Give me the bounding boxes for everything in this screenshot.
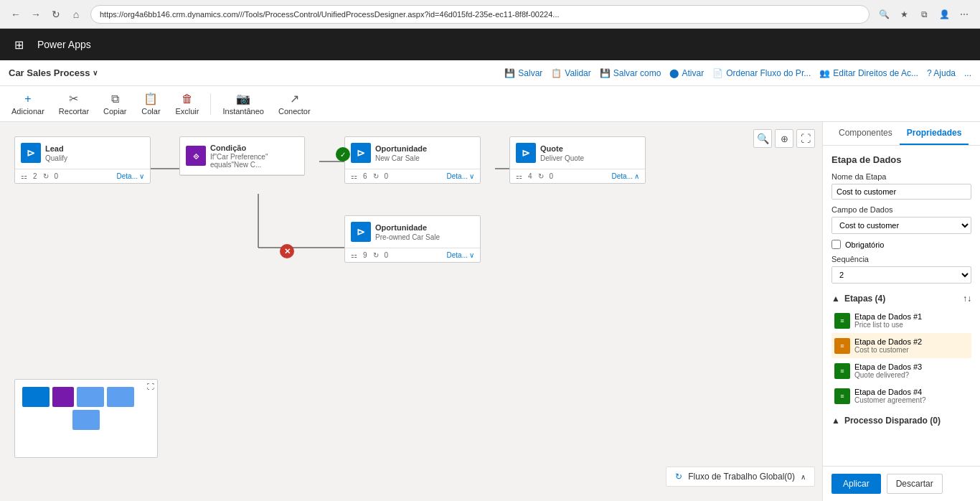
star-icon[interactable]: ★: [895, 6, 913, 23]
tab-components[interactable]: Componentes: [831, 122, 900, 145]
stage-item-2-text: Etapa de Dados #2 Cost to customer: [854, 337, 922, 354]
conditions-icon: ↻: [373, 251, 379, 259]
stage-item-3-icon: ≡: [834, 363, 850, 379]
chevron-down-icon: ∨: [93, 69, 98, 77]
opportunity-new-footer: ⚏ 6 ↻ 0 Deta... ∨: [345, 169, 480, 183]
stages-sort-icon[interactable]: ↑↓: [963, 294, 971, 304]
right-panel: Componentes Propriedades Etapa de Dados …: [822, 122, 980, 501]
workflow-section-header[interactable]: ▲ Processo Disparado (0): [831, 411, 971, 430]
opportunity-new-text: Oportunidade New Car Sale: [375, 144, 427, 161]
profile-icon[interactable]: 👤: [936, 6, 953, 23]
zoom-in-button[interactable]: ⊕: [775, 129, 793, 148]
global-workflow-bar[interactable]: ↻ Fluxo de Trabalho Global(0) ∧: [666, 467, 815, 487]
stage-item-2[interactable]: ≡ Etapa de Dados #2 Cost to customer: [831, 333, 971, 358]
minimap-expand-icon[interactable]: ⛶: [147, 383, 154, 390]
quote-node-text: Quote Deliver Quote: [540, 144, 584, 161]
lead-detail-link[interactable]: Deta... ∨: [117, 172, 144, 180]
stages-section-header[interactable]: ▲ Etapas (4) ↑↓: [831, 289, 971, 308]
search-icon[interactable]: 🔍: [875, 6, 892, 23]
process-title[interactable]: Car Sales Process ∨: [9, 67, 98, 78]
panel-content: Etapa de Dados Nome da Etapa Campo de Da…: [823, 146, 980, 466]
zoom-out-button[interactable]: 🔍: [753, 129, 772, 148]
lead-node-footer: ⚏ 2 ↻ 0 Deta... ∨: [15, 169, 150, 183]
paste-button[interactable]: 📋 Colar: [135, 89, 166, 118]
toolbar: + Adicionar ✂ Recortar ⧉ Copiar 📋 Colar …: [0, 86, 980, 122]
add-button[interactable]: + Adicionar: [6, 90, 50, 118]
workflow-expand-icon[interactable]: ∧: [801, 473, 806, 481]
delete-icon: 🗑: [182, 93, 193, 106]
connector-button[interactable]: ↗ Conector: [273, 89, 316, 118]
condition-red-badge: ✕: [280, 244, 294, 258]
name-label: Nome da Etapa: [831, 172, 971, 181]
more-icon[interactable]: ⋯: [956, 6, 973, 23]
condition-node-icon: ⟐: [186, 146, 206, 166]
name-input[interactable]: [831, 184, 971, 200]
save-button[interactable]: 💾 Salvar: [504, 68, 542, 78]
address-bar[interactable]: [90, 5, 870, 24]
sequence-select[interactable]: 2: [831, 266, 971, 284]
conditions-icon: ↻: [373, 172, 379, 180]
opportunity-pre-node-header: ⊳ Oportunidade Pre-owned Car Sale: [345, 216, 480, 248]
browser-chrome: ← → ↻ ⌂ 🔍 ★ ⧉ 👤 ⋯: [0, 0, 980, 29]
quote-node[interactable]: ⊳ Quote Deliver Quote ⚏ 4 ↻ 0 Deta... ∧: [509, 136, 646, 184]
tab-properties[interactable]: Propriedades: [900, 122, 969, 145]
forward-button[interactable]: →: [27, 6, 44, 23]
main-layout: 🔍 ⊕ ⛶ ✓ ✕ ⊳: [0, 122, 980, 501]
opportunity-pre-node[interactable]: ⊳ Oportunidade Pre-owned Car Sale ⚏ 9 ↻ …: [344, 215, 481, 263]
stage-item-1[interactable]: ≡ Etapa de Dados #1 Price list to use: [831, 308, 971, 333]
order-flow-button[interactable]: 📄 Ordenar Fluxo do Pr...: [712, 68, 811, 78]
activate-icon: ⬤: [669, 68, 679, 78]
app-title: Power Apps: [37, 39, 91, 50]
lead-node[interactable]: ⊳ Lead Qualify ⚏ 2 ↻ 0 Deta... ∨: [14, 136, 151, 184]
lead-node-header: ⊳ Lead Qualify: [15, 137, 150, 169]
stage-item-3[interactable]: ≡ Etapa de Dados #3 Quote delivered?: [831, 358, 971, 383]
copy-icon: ⧉: [111, 93, 119, 106]
help-button[interactable]: ? Ajuda: [927, 68, 956, 78]
panel-section-title: Etapa de Dados: [831, 154, 971, 165]
quote-node-header: ⊳ Quote Deliver Quote: [510, 137, 645, 169]
quote-detail-link[interactable]: Deta... ∧: [612, 172, 639, 180]
apply-button[interactable]: Aplicar: [831, 474, 881, 494]
grid-icon[interactable]: ⊞: [9, 34, 29, 55]
workflow-spinner-icon: ↻: [675, 472, 682, 482]
copy-button[interactable]: ⧉ Copiar: [98, 90, 132, 118]
condition-node[interactable]: ⟐ Condição If"Car Preference" equals"New…: [179, 136, 305, 176]
activate-button[interactable]: ⬤ Ativar: [669, 68, 704, 78]
collection-icon[interactable]: ⧉: [915, 6, 933, 23]
mini-node-oppty-new: [77, 387, 104, 407]
panel-tabs: Componentes Propriedades: [823, 122, 980, 146]
toolbar-separator: [210, 93, 211, 115]
process-bar: Car Sales Process ∨ 💾 Salvar 📋 Validar 💾…: [0, 60, 980, 86]
edit-rights-icon: 👥: [819, 68, 830, 78]
stage-item-1-icon: ≡: [834, 313, 850, 329]
back-button[interactable]: ←: [7, 6, 24, 23]
refresh-button[interactable]: ↻: [47, 6, 65, 23]
panel-bottom: Aplicar Descartar: [823, 466, 980, 501]
field-select[interactable]: Cost to customer: [831, 217, 971, 234]
cut-button[interactable]: ✂ Recortar: [53, 89, 95, 118]
save-as-button[interactable]: 💾 Salvar como: [600, 68, 661, 78]
validate-button[interactable]: 📋 Validar: [551, 68, 590, 78]
required-row: Obrigatório: [831, 240, 971, 249]
opportunity-pre-icon: ⊳: [351, 222, 371, 242]
snapshot-button[interactable]: 📷 Instantâneo: [217, 89, 270, 118]
stage-item-4[interactable]: ≡ Etapa de Dados #4 Customer agreement?: [831, 383, 971, 408]
condition-green-badge: ✓: [336, 147, 350, 161]
stage-item-2-icon: ≡: [834, 338, 850, 354]
browser-nav-buttons: ← → ↻ ⌂: [7, 6, 85, 23]
minimap[interactable]: ⛶: [14, 379, 158, 458]
more-options-button[interactable]: ...: [964, 68, 971, 78]
opportunity-new-node[interactable]: ⊳ Oportunidade New Car Sale ⚏ 6 ↻ 0 Deta…: [344, 136, 481, 184]
condition-node-text: Condição If"Car Preference" equals"New C…: [210, 143, 298, 169]
stage-item-4-icon: ≡: [834, 388, 850, 404]
oppty-new-detail-link[interactable]: Deta... ∨: [447, 172, 474, 180]
required-checkbox[interactable]: [831, 240, 841, 249]
home-button[interactable]: ⌂: [67, 6, 85, 23]
canvas-area[interactable]: 🔍 ⊕ ⛶ ✓ ✕ ⊳: [0, 122, 822, 501]
delete-button[interactable]: 🗑 Excluir: [169, 90, 204, 118]
fit-button[interactable]: ⛶: [796, 129, 815, 148]
edit-rights-button[interactable]: 👥 Editar Direitos de Ac...: [819, 68, 918, 78]
discard-button[interactable]: Descartar: [887, 474, 943, 494]
browser-actions: 🔍 ★ ⧉ 👤 ⋯: [875, 6, 973, 23]
oppty-pre-detail-link[interactable]: Deta... ∨: [447, 251, 474, 259]
